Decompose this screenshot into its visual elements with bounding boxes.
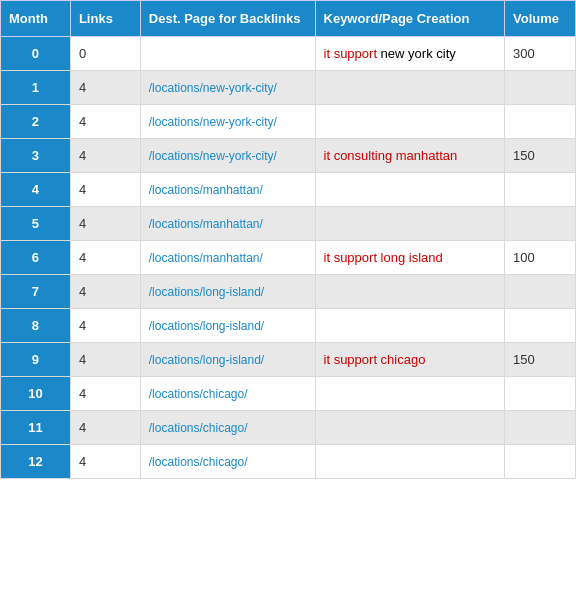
keyword-cell bbox=[315, 207, 505, 241]
table-row: 74/locations/long-island/ bbox=[1, 275, 576, 309]
table-body: 00it support new york city30014/location… bbox=[1, 37, 576, 479]
dest-cell: /locations/new-york-city/ bbox=[140, 105, 315, 139]
month-cell: 3 bbox=[1, 139, 71, 173]
table-row: 14/locations/new-york-city/ bbox=[1, 71, 576, 105]
volume-cell bbox=[505, 411, 576, 445]
month-cell: 11 bbox=[1, 411, 71, 445]
volume-cell bbox=[505, 71, 576, 105]
volume-cell: 150 bbox=[505, 139, 576, 173]
table-row: 104/locations/chicago/ bbox=[1, 377, 576, 411]
month-cell: 7 bbox=[1, 275, 71, 309]
keyword-cell bbox=[315, 105, 505, 139]
links-cell: 4 bbox=[70, 309, 140, 343]
month-cell: 5 bbox=[1, 207, 71, 241]
month-cell: 6 bbox=[1, 241, 71, 275]
dest-cell: /locations/long-island/ bbox=[140, 309, 315, 343]
table-row: 84/locations/long-island/ bbox=[1, 309, 576, 343]
volume-cell: 150 bbox=[505, 343, 576, 377]
links-cell: 4 bbox=[70, 173, 140, 207]
keyword-cell: it support long island bbox=[315, 241, 505, 275]
table-row: 94/locations/long-island/it support chic… bbox=[1, 343, 576, 377]
volume-cell: 300 bbox=[505, 37, 576, 71]
links-cell: 4 bbox=[70, 275, 140, 309]
table-row: 24/locations/new-york-city/ bbox=[1, 105, 576, 139]
keyword-part: it support chicago bbox=[324, 352, 426, 367]
month-cell: 8 bbox=[1, 309, 71, 343]
volume-cell bbox=[505, 377, 576, 411]
header-dest: Dest. Page for Backlinks bbox=[140, 1, 315, 37]
table-row: 114/locations/chicago/ bbox=[1, 411, 576, 445]
dest-cell: /locations/manhattan/ bbox=[140, 241, 315, 275]
volume-cell bbox=[505, 173, 576, 207]
dest-cell: /locations/chicago/ bbox=[140, 377, 315, 411]
links-cell: 4 bbox=[70, 411, 140, 445]
table-row: 34/locations/new-york-city/it consulting… bbox=[1, 139, 576, 173]
data-table: Month Links Dest. Page for Backlinks Key… bbox=[0, 0, 576, 479]
header-links: Links bbox=[70, 1, 140, 37]
links-cell: 0 bbox=[70, 37, 140, 71]
keyword-part: it support bbox=[324, 46, 377, 61]
table-row: 124/locations/chicago/ bbox=[1, 445, 576, 479]
keyword-cell: it support new york city bbox=[315, 37, 505, 71]
dest-cell: /locations/manhattan/ bbox=[140, 207, 315, 241]
links-cell: 4 bbox=[70, 445, 140, 479]
links-cell: 4 bbox=[70, 139, 140, 173]
header-volume: Volume bbox=[505, 1, 576, 37]
volume-cell bbox=[505, 309, 576, 343]
dest-cell: /locations/chicago/ bbox=[140, 411, 315, 445]
keyword-cell bbox=[315, 71, 505, 105]
dest-cell: /locations/long-island/ bbox=[140, 275, 315, 309]
links-cell: 4 bbox=[70, 207, 140, 241]
keyword-part: it support long island bbox=[324, 250, 443, 265]
table-row: 44/locations/manhattan/ bbox=[1, 173, 576, 207]
header-row: Month Links Dest. Page for Backlinks Key… bbox=[1, 1, 576, 37]
links-cell: 4 bbox=[70, 241, 140, 275]
keyword-part: it consulting manhattan bbox=[324, 148, 458, 163]
dest-cell: /locations/manhattan/ bbox=[140, 173, 315, 207]
keyword-cell: it consulting manhattan bbox=[315, 139, 505, 173]
keyword-cell bbox=[315, 173, 505, 207]
table-row: 54/locations/manhattan/ bbox=[1, 207, 576, 241]
dest-cell bbox=[140, 37, 315, 71]
volume-cell bbox=[505, 207, 576, 241]
volume-cell bbox=[505, 105, 576, 139]
keyword-cell bbox=[315, 377, 505, 411]
table-row: 00it support new york city300 bbox=[1, 37, 576, 71]
header-month: Month bbox=[1, 1, 71, 37]
keyword-cell bbox=[315, 309, 505, 343]
month-cell: 10 bbox=[1, 377, 71, 411]
dest-cell: /locations/new-york-city/ bbox=[140, 139, 315, 173]
month-cell: 12 bbox=[1, 445, 71, 479]
links-cell: 4 bbox=[70, 377, 140, 411]
volume-cell bbox=[505, 275, 576, 309]
links-cell: 4 bbox=[70, 71, 140, 105]
header-keyword: Keyword/Page Creation bbox=[315, 1, 505, 37]
month-cell: 0 bbox=[1, 37, 71, 71]
keyword-cell bbox=[315, 445, 505, 479]
table-row: 64/locations/manhattan/it support long i… bbox=[1, 241, 576, 275]
keyword-cell bbox=[315, 275, 505, 309]
dest-cell: /locations/new-york-city/ bbox=[140, 71, 315, 105]
dest-cell: /locations/chicago/ bbox=[140, 445, 315, 479]
month-cell: 2 bbox=[1, 105, 71, 139]
links-cell: 4 bbox=[70, 343, 140, 377]
links-cell: 4 bbox=[70, 105, 140, 139]
volume-cell bbox=[505, 445, 576, 479]
month-cell: 9 bbox=[1, 343, 71, 377]
dest-cell: /locations/long-island/ bbox=[140, 343, 315, 377]
keyword-cell: it support chicago bbox=[315, 343, 505, 377]
keyword-part: new york city bbox=[377, 46, 456, 61]
month-cell: 1 bbox=[1, 71, 71, 105]
keyword-cell bbox=[315, 411, 505, 445]
month-cell: 4 bbox=[1, 173, 71, 207]
volume-cell: 100 bbox=[505, 241, 576, 275]
